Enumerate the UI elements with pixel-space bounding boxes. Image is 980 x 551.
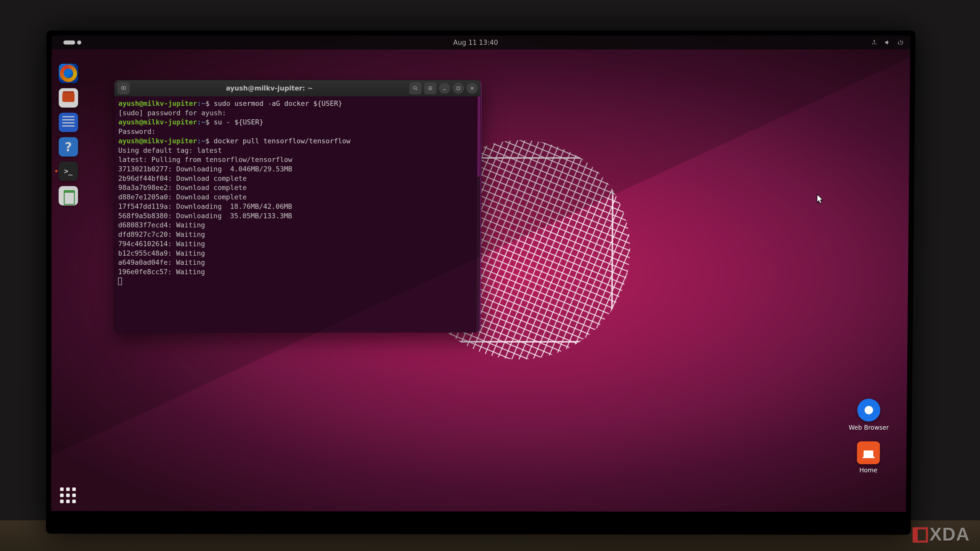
monitor-bezel: Aug 11 13:40 ?	[46, 30, 915, 535]
terminal-window: ayush@milkv-jupiter: ~	[114, 80, 482, 332]
home-label: Home	[859, 467, 877, 474]
svg-point-1	[414, 86, 416, 89]
terminal-line: a649a0ad04fe: Waiting	[118, 258, 476, 267]
terminal-line: ayush@milkv-jupiter:~$ docker pull tenso…	[118, 137, 476, 146]
terminal-line: ayush@milkv-jupiter:~$ sudo usermod -aG …	[118, 99, 477, 108]
home-folder-launcher[interactable]: Home	[857, 441, 880, 474]
terminal-line: d68083f7ecd4: Waiting	[118, 221, 476, 230]
terminal-titlebar[interactable]: ayush@milkv-jupiter: ~	[115, 80, 481, 97]
xda-watermark: XDA	[913, 525, 970, 543]
network-icon[interactable]	[871, 39, 877, 46]
terminal-line: 196e0fe8cc57: Waiting	[118, 267, 476, 277]
terminal-line: 794c46102614: Waiting	[118, 239, 476, 249]
terminal-output[interactable]: ayush@milkv-jupiter:~$ sudo usermod -aG …	[114, 97, 480, 332]
terminal-cursor	[118, 277, 122, 285]
scrollbar-thumb[interactable]	[477, 97, 480, 177]
terminal-line: 568f9a5b8380: Downloading 35.05MB/133.3M…	[118, 211, 476, 221]
power-icon[interactable]	[897, 39, 904, 46]
terminal-line: dfd8927c7c20: Waiting	[118, 230, 476, 239]
terminal-title: ayush@milkv-jupiter: ~	[132, 84, 407, 92]
running-indicator-icon	[55, 170, 58, 172]
activities-button[interactable]	[63, 41, 81, 44]
terminal-line: latest: Pulling from tensorflow/tensorfl…	[118, 155, 476, 165]
home-folder-icon	[857, 441, 880, 464]
minimize-button[interactable]	[439, 83, 450, 94]
trash-icon[interactable]	[59, 186, 78, 205]
libreoffice-writer-icon[interactable]	[59, 113, 78, 132]
gnome-dock: ?	[55, 64, 82, 206]
terminal-line: ayush@milkv-jupiter:~$ su - ${USER}	[118, 118, 477, 127]
files-icon[interactable]	[59, 88, 78, 108]
search-button[interactable]	[409, 82, 422, 94]
terminal-cursor-line	[118, 276, 476, 287]
maximize-button[interactable]	[453, 83, 464, 94]
terminal-line: d88e7e1205a0: Download complete	[118, 192, 476, 202]
desktop-screen: Aug 11 13:40 ?	[51, 35, 910, 512]
terminal-line: Using default tag: latest	[118, 146, 476, 155]
terminal-line: Password:	[118, 127, 477, 137]
terminal-scrollbar[interactable]	[476, 97, 480, 332]
hamburger-menu-button[interactable]	[424, 82, 436, 94]
close-button[interactable]	[466, 83, 478, 94]
terminal-line: [sudo] password for ayush:	[118, 108, 477, 118]
web-browser-launcher[interactable]: Web Browser	[849, 399, 889, 431]
web-browser-label: Web Browser	[849, 424, 889, 431]
terminal-line: 2b96df44bf04: Download complete	[118, 174, 476, 183]
terminal-line: 98a3a7b98ee2: Download complete	[118, 183, 476, 192]
firefox-icon[interactable]	[59, 64, 78, 83]
show-applications-button[interactable]	[60, 487, 76, 503]
topbar-clock[interactable]: Aug 11 13:40	[453, 39, 498, 46]
terminal-line: b12c955c48a9: Waiting	[118, 249, 476, 258]
volume-icon[interactable]	[884, 39, 891, 46]
svg-rect-2	[457, 87, 460, 89]
terminal-icon[interactable]	[59, 162, 78, 181]
mouse-cursor-icon	[817, 194, 824, 204]
gnome-top-bar: Aug 11 13:40	[52, 35, 910, 49]
desktop-launchers: Web Browser Home	[848, 399, 889, 474]
new-tab-button[interactable]	[118, 82, 130, 94]
terminal-line: 17f547dd119a: Downloading 18.76MB/42.06M…	[118, 202, 476, 211]
chromium-icon	[857, 399, 880, 422]
system-tray[interactable]	[871, 39, 904, 46]
help-icon[interactable]: ?	[59, 137, 78, 157]
terminal-line: 3713021b0277: Downloading 4.046MB/29.53M…	[118, 165, 476, 174]
